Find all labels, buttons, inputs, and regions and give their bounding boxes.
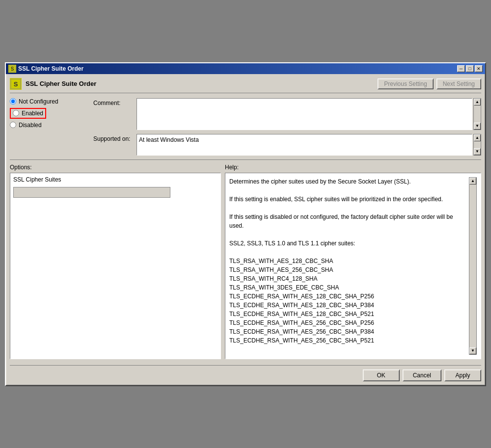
comment-scrollbar: ▲ ▼ — [473, 98, 481, 130]
supported-scroll-down[interactable]: ▼ — [474, 148, 481, 155]
help-scrollbar: ▲ ▼ — [469, 177, 477, 355]
help-column: Determines the cipher suites used by the… — [225, 173, 481, 359]
comment-textarea[interactable] — [136, 98, 472, 130]
options-inner: SSL Cipher Suites — [10, 173, 221, 359]
header-icon: S — [10, 78, 22, 90]
title-bar-controls: ─ □ ✕ — [457, 65, 483, 72]
previous-setting-button[interactable]: Previous Setting — [378, 79, 433, 89]
help-cipher-6: TLS_ECDHE_RSA_WITH_AES_128_CBC_SHA_P384 — [229, 301, 468, 310]
not-configured-label[interactable]: Not Configured — [10, 98, 93, 105]
radio-group: Not Configured Enabled Disabled — [10, 98, 93, 156]
comment-field-wrap: ▲ ▼ — [136, 98, 481, 130]
help-scroll-up[interactable]: ▲ — [469, 178, 476, 184]
help-cipher-8: TLS_ECDHE_RSA_WITH_AES_256_CBC_SHA_P256 — [229, 318, 468, 327]
disabled-option: Disabled — [10, 122, 93, 129]
supported-scrollbar: ▲ ▼ — [473, 134, 481, 156]
enabled-radio[interactable] — [13, 110, 19, 116]
comment-scroll-down[interactable]: ▼ — [474, 123, 481, 130]
comment-row: Comment: ▲ ▼ — [93, 98, 481, 130]
not-configured-radio[interactable] — [10, 98, 16, 105]
main-window: S SSL Cipher Suite Order ─ □ ✕ S SSL Cip… — [5, 62, 486, 386]
window-content: S SSL Cipher Suite Order Previous Settin… — [6, 74, 485, 385]
title-bar-left: S SSL Cipher Suite Order — [8, 65, 83, 73]
help-cipher-5: TLS_ECDHE_RSA_WITH_AES_128_CBC_SHA_P256 — [229, 292, 468, 301]
disabled-label[interactable]: Disabled — [10, 122, 93, 129]
help-para-1: Determines the cipher suites used by the… — [229, 177, 468, 186]
window-icon: S — [8, 65, 16, 73]
help-para-3: If this setting is disabled or not confi… — [229, 212, 468, 230]
help-cipher-7: TLS_ECDHE_RSA_WITH_AES_128_CBC_SHA_P521 — [229, 310, 468, 318]
options-label: Options: — [10, 164, 221, 171]
help-text-content: Determines the cipher suites used by the… — [229, 177, 468, 355]
header-buttons: Previous Setting Next Setting — [378, 79, 481, 89]
help-para-4: SSL2, SSL3, TLS 1.0 and TLS 1.1 cipher s… — [229, 239, 468, 248]
enabled-text: Enabled — [22, 110, 43, 117]
footer-buttons: OK Cancel Apply — [10, 365, 481, 381]
apply-button[interactable]: Apply — [444, 369, 481, 381]
help-cipher-4: TLS_RSA_WITH_3DES_EDE_CBC_SHA — [229, 283, 468, 292]
cipher-suites-input[interactable] — [13, 187, 170, 198]
help-para-2: If this setting is enabled, SSL cipher s… — [229, 195, 468, 204]
ok-button[interactable]: OK — [363, 369, 400, 381]
help-inner: Determines the cipher suites used by the… — [225, 173, 481, 359]
enabled-radio-wrapper: Enabled — [10, 108, 46, 119]
not-configured-option: Not Configured — [10, 98, 93, 105]
help-cipher-2: TLS_RSA_WITH_AES_256_CBC_SHA — [229, 265, 468, 274]
supported-scroll-track — [474, 141, 481, 148]
help-cipher-9: TLS_ECDHE_RSA_WITH_AES_256_CBC_SHA_P384 — [229, 327, 468, 336]
separator — [10, 159, 481, 160]
close-button[interactable]: ✕ — [475, 65, 483, 72]
header-text: SSL Cipher Suite Order — [26, 80, 96, 87]
header-row: S SSL Cipher Suite Order Previous Settin… — [10, 78, 481, 93]
supported-field-wrap: At least Windows Vista ▲ ▼ — [136, 134, 481, 156]
window-title: SSL Cipher Suite Order — [18, 65, 83, 72]
not-configured-text: Not Configured — [19, 98, 58, 105]
minimize-button[interactable]: ─ — [457, 65, 465, 72]
disabled-text: Disabled — [19, 122, 42, 129]
comment-scroll-track — [474, 105, 481, 123]
cancel-button[interactable]: Cancel — [403, 369, 441, 381]
help-scroll-down[interactable]: ▼ — [469, 347, 476, 354]
disabled-radio[interactable] — [10, 122, 16, 128]
comment-label: Comment: — [93, 100, 133, 106]
cipher-suites-label: SSL Cipher Suites — [13, 176, 218, 183]
main-area: SSL Cipher Suites Determines the cipher … — [10, 173, 481, 359]
help-cipher-10: TLS_ECDHE_RSA_WITH_AES_256_CBC_SHA_P521 — [229, 336, 468, 345]
comment-scroll-up[interactable]: ▲ — [474, 99, 481, 105]
supported-label: Supported on: — [93, 135, 133, 142]
top-section: Not Configured Enabled Disabled — [10, 98, 481, 156]
right-form: Comment: ▲ ▼ Supported on: — [93, 98, 481, 156]
restore-button[interactable]: □ — [466, 65, 474, 72]
supported-scroll-up[interactable]: ▲ — [474, 134, 481, 141]
svg-text:S: S — [11, 66, 14, 72]
enabled-option: Enabled — [10, 108, 93, 119]
svg-text:S: S — [14, 80, 18, 88]
title-bar: S SSL Cipher Suite Order ─ □ ✕ — [6, 63, 485, 74]
next-setting-button[interactable]: Next Setting — [436, 79, 481, 89]
options-column: SSL Cipher Suites — [10, 173, 221, 359]
help-label: Help: — [225, 164, 481, 171]
help-cipher-3: TLS_RSA_WITH_RC4_128_SHA — [229, 274, 468, 283]
options-help-labels: Options: Help: — [10, 164, 481, 171]
help-cipher-1: TLS_RSA_WITH_AES_128_CBC_SHA — [229, 257, 468, 265]
supported-row: Supported on: At least Windows Vista ▲ ▼ — [93, 134, 481, 156]
supported-value: At least Windows Vista — [136, 134, 472, 156]
header-title: S SSL Cipher Suite Order — [10, 78, 96, 90]
